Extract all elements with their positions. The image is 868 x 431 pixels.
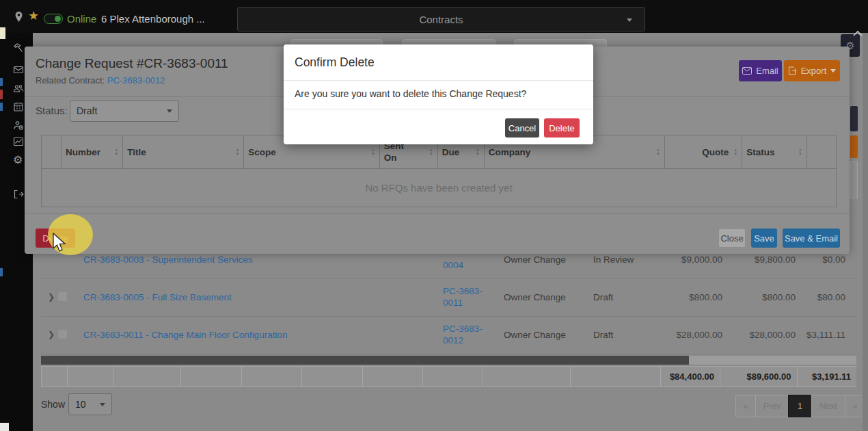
status-select-value: Draft (77, 105, 97, 116)
expand-chevron-icon[interactable]: ❯ (48, 330, 55, 339)
hidden-dark-button-sliver[interactable] (850, 106, 858, 131)
modal-close-button[interactable]: Close (718, 228, 746, 248)
dialog-divider (284, 109, 593, 109)
cr-amount-cell: $0.00 (777, 254, 845, 265)
sort-icon[interactable] (798, 148, 802, 156)
chart-line-icon[interactable] (13, 136, 24, 147)
related-contract-link[interactable]: PC-3683-0012 (107, 75, 165, 86)
sort-icon[interactable] (235, 148, 239, 156)
contracts-nav-dropdown[interactable]: Contracts (237, 7, 645, 31)
modal-save-email-button[interactable]: Save & Email (783, 228, 840, 248)
contract-link[interactable]: PC-3683- (443, 324, 483, 334)
screen: ★ Online 6 Plex Attenborough ... Contrac… (0, 0, 868, 431)
user-clock-icon[interactable] (13, 120, 24, 131)
modal-title: Change Request #CR-3683-0011 (36, 56, 228, 71)
row-divider (41, 354, 856, 354)
totals-row: $84,400.00 $89,600.00 $3,191.11 (41, 366, 856, 387)
favorite-star-icon[interactable]: ★ (28, 8, 39, 23)
totals-margin-cell: $3,191.11 (798, 367, 856, 387)
status-select[interactable]: Draft (70, 100, 179, 122)
modal-save-button[interactable]: Save (751, 228, 777, 248)
row-checkbox[interactable] (57, 291, 68, 302)
dialog-cancel-button[interactable]: Cancel (505, 118, 539, 138)
cr-status-cell: In Review (593, 254, 634, 265)
page-size-select[interactable]: 10 (68, 393, 112, 415)
page-edge-sliver (0, 78, 3, 86)
sort-icon[interactable] (656, 148, 660, 156)
team-icon[interactable] (13, 83, 24, 94)
contract-link[interactable]: 0004 (443, 260, 463, 270)
cr-type-cell: Owner Change (504, 254, 566, 265)
cr-amount-cell: $800.00 (654, 292, 722, 302)
pagination-prev-button[interactable]: Prev (755, 395, 789, 417)
totals-cell (483, 367, 570, 387)
pagination-next-button[interactable]: Next (811, 395, 845, 417)
row-checkbox[interactable] (57, 329, 68, 339)
cr-amount-cell: $80.00 (777, 292, 845, 302)
sort-icon[interactable] (371, 148, 375, 156)
rfq-header-title[interactable]: Title (123, 135, 244, 168)
dialog-title: Confirm Delete (295, 55, 375, 70)
collapse-chevron-icon[interactable] (852, 27, 863, 40)
related-contract: Related Contract: PC-3683-0012 (36, 75, 165, 86)
totals-cell (181, 367, 241, 387)
window-scrollbar[interactable] (863, 33, 868, 431)
cr-amount-cell: $28,000.00 (654, 330, 722, 340)
sort-icon[interactable] (114, 148, 118, 156)
hidden-orange-button-sliver[interactable] (850, 135, 858, 158)
totals-cell (302, 367, 362, 387)
pagination-first-button[interactable]: « (735, 395, 756, 417)
column-label: Scope (248, 147, 276, 157)
toggle-knob (55, 16, 61, 22)
status-label: Status: (36, 105, 68, 116)
page-edge-sliver (0, 27, 5, 39)
show-label: Show (41, 399, 65, 410)
contract-link[interactable]: 0012 (443, 335, 463, 345)
location-pin-icon[interactable] (14, 11, 24, 26)
sort-icon[interactable] (733, 148, 737, 156)
table-hscroll-thumb[interactable] (41, 356, 689, 365)
sort-icon[interactable] (429, 148, 433, 156)
totals-cell (68, 367, 113, 387)
column-label: Status (746, 147, 774, 157)
export-button[interactable]: Export (784, 60, 840, 81)
hidden-gray-button-sliver[interactable] (850, 161, 858, 198)
column-label: Due (442, 147, 460, 157)
rfq-header-status[interactable]: Status (742, 135, 807, 168)
rfq-header-quote[interactable]: Quote (665, 135, 742, 168)
column-label: Title (127, 147, 146, 157)
change-request-link[interactable]: CR-3683-0003 - Superintendent Services (83, 254, 253, 265)
totals-cell (113, 367, 181, 387)
page-size-value: 10 (75, 399, 86, 410)
caret-down-icon (627, 18, 632, 22)
totals-cost-cell: $89,600.00 (720, 367, 798, 387)
modal-footer-divider (25, 213, 850, 213)
cr-type-cell: Owner Change (504, 292, 566, 302)
rfq-header-number[interactable]: Number (62, 135, 123, 168)
online-toggle[interactable] (44, 14, 63, 24)
mail-icon[interactable] (13, 64, 24, 75)
pagination-current-page[interactable]: 1 (788, 395, 812, 417)
dialog-delete-button[interactable]: Delete (544, 118, 580, 138)
change-request-link[interactable]: CR-3683-0005 - Full Size Basement (83, 292, 232, 302)
cr-status-cell: Draft (593, 330, 613, 340)
top-bar: ★ Online 6 Plex Attenborough ... Contrac… (0, 0, 868, 33)
column-label: Quote (702, 147, 729, 157)
confirm-delete-dialog: Confirm Delete Are you sure you want to … (284, 44, 593, 144)
expand-chevron-icon[interactable]: ❯ (48, 292, 55, 302)
change-request-link[interactable]: CR-3683-0011 - Change Main Floor Configu… (83, 330, 287, 340)
project-name[interactable]: 6 Plex Attenborough ... (101, 13, 205, 25)
calendar-icon[interactable] (13, 101, 24, 112)
contract-link[interactable]: PC-3683- (443, 286, 483, 296)
hammer-icon[interactable] (13, 42, 24, 53)
contract-link[interactable]: 0011 (443, 298, 463, 308)
caret-down-icon (167, 109, 172, 113)
cr-amount-cell: $9,000.00 (654, 254, 722, 265)
settings-gear-icon[interactable]: ⚙ (13, 155, 24, 166)
logout-icon[interactable] (13, 189, 24, 200)
sort-icon[interactable] (476, 148, 480, 156)
email-button[interactable]: Email (739, 60, 782, 81)
pagination: « Prev 1 Next » (736, 395, 865, 417)
nav-dropdown-label: Contracts (419, 14, 463, 25)
row-divider (41, 316, 856, 317)
